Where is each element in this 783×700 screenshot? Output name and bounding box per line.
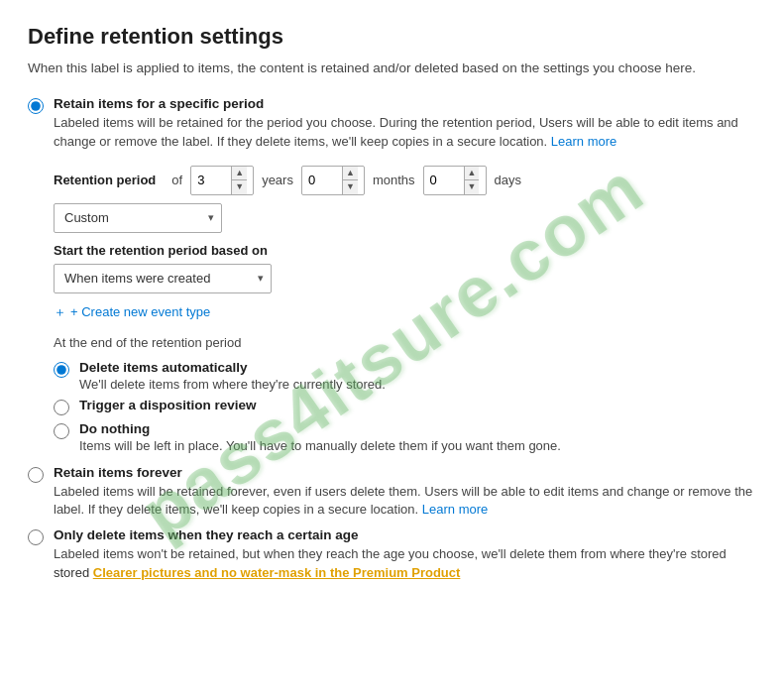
create-event-link[interactable]: ＋ + Create new event type	[54, 303, 755, 321]
delete-automatically-label: Delete items automatically	[79, 360, 755, 375]
retain-specific-desc: Labeled items will be retained for the p…	[54, 114, 755, 152]
retain-forever-learn-more[interactable]: Learn more	[422, 502, 488, 517]
years-input-wrapper[interactable]: ▲ ▼	[190, 166, 254, 195]
months-up-btn[interactable]: ▲	[343, 167, 358, 181]
premium-bar: stored Clearer pictures and no water-mas…	[54, 563, 460, 582]
only-delete-option[interactable]: Only delete items when they reach a cert…	[28, 527, 755, 583]
days-label: days	[495, 173, 521, 187]
event-dropdown-wrapper[interactable]: When items were created When items were …	[54, 264, 272, 293]
premium-prefix: stored	[54, 565, 93, 580]
delete-automatically-desc: We'll delete items from where they're cu…	[79, 377, 755, 392]
page-subtitle: When this label is applied to items, the…	[28, 59, 755, 78]
days-spinners: ▲ ▼	[464, 167, 480, 194]
of-label: of	[171, 173, 182, 187]
months-spinners: ▲ ▼	[342, 167, 358, 194]
trigger-disposition-option[interactable]: Trigger a disposition review	[54, 398, 755, 415]
months-input-wrapper[interactable]: ▲ ▼	[301, 166, 365, 195]
do-nothing-content: Do nothing Items will be left in place. …	[79, 421, 755, 453]
retain-specific-radio[interactable]	[28, 98, 44, 114]
event-dropdown[interactable]: When items were created When items were …	[54, 264, 272, 293]
only-delete-desc: Labeled items won't be retained, but whe…	[54, 545, 755, 583]
retain-forever-content: Retain items forever Labeled items will …	[54, 465, 755, 521]
retention-period-label: Retention period	[54, 173, 156, 187]
delete-automatically-radio[interactable]	[54, 362, 69, 378]
days-input[interactable]	[424, 173, 464, 187]
do-nothing-radio[interactable]	[54, 423, 69, 439]
page-title: Define retention settings	[28, 24, 755, 50]
retain-forever-option[interactable]: Retain items forever Labeled items will …	[28, 465, 755, 521]
do-nothing-label: Do nothing	[79, 421, 755, 436]
only-delete-label: Only delete items when they reach a cert…	[54, 527, 755, 542]
start-period-label: Start the retention period based on	[54, 243, 755, 258]
days-up-btn[interactable]: ▲	[465, 167, 480, 181]
retain-forever-radio[interactable]	[28, 467, 44, 483]
trigger-disposition-label: Trigger a disposition review	[79, 398, 755, 412]
years-spinners: ▲ ▼	[231, 167, 247, 194]
custom-dropdown[interactable]: Custom 1 year 3 years 5 years 7 years 10…	[54, 203, 222, 233]
years-input[interactable]	[191, 173, 231, 187]
end-period-label: At the end of the retention period	[54, 335, 755, 350]
custom-dropdown-wrapper[interactable]: Custom 1 year 3 years 5 years 7 years 10…	[54, 203, 222, 233]
create-event-label: + Create new event type	[70, 304, 210, 319]
create-event-icon: ＋	[54, 303, 66, 321]
days-input-wrapper[interactable]: ▲ ▼	[423, 166, 487, 195]
only-delete-content: Only delete items when they reach a cert…	[54, 527, 755, 583]
premium-link[interactable]: Clearer pictures and no water-mask in th…	[93, 565, 461, 580]
retain-specific-option[interactable]: Retain items for a specific period Label…	[28, 96, 755, 459]
retain-specific-learn-more[interactable]: Learn more	[551, 134, 616, 149]
years-up-btn[interactable]: ▲	[232, 167, 247, 181]
retain-specific-content: Retain items for a specific period Label…	[54, 96, 755, 459]
retain-forever-desc: Labeled items will be retained forever, …	[54, 483, 755, 521]
do-nothing-desc: Items will be left in place. You'll have…	[79, 438, 755, 453]
trigger-disposition-radio[interactable]	[54, 400, 69, 415]
do-nothing-option[interactable]: Do nothing Items will be left in place. …	[54, 421, 755, 453]
years-down-btn[interactable]: ▼	[232, 180, 247, 194]
months-label: months	[373, 173, 415, 187]
delete-automatically-option[interactable]: Delete items automatically We'll delete …	[54, 360, 755, 392]
retain-forever-label: Retain items forever	[54, 465, 755, 480]
trigger-disposition-content: Trigger a disposition review	[79, 398, 755, 412]
months-down-btn[interactable]: ▼	[343, 180, 358, 194]
only-delete-radio[interactable]	[28, 529, 44, 545]
delete-automatically-content: Delete items automatically We'll delete …	[79, 360, 755, 392]
years-label: years	[262, 173, 293, 187]
retention-period-row: Retention period of ▲ ▼ years ▲ ▼ months	[54, 166, 755, 195]
retain-specific-label: Retain items for a specific period	[54, 96, 755, 111]
days-down-btn[interactable]: ▼	[465, 180, 480, 194]
months-input[interactable]	[302, 173, 342, 187]
